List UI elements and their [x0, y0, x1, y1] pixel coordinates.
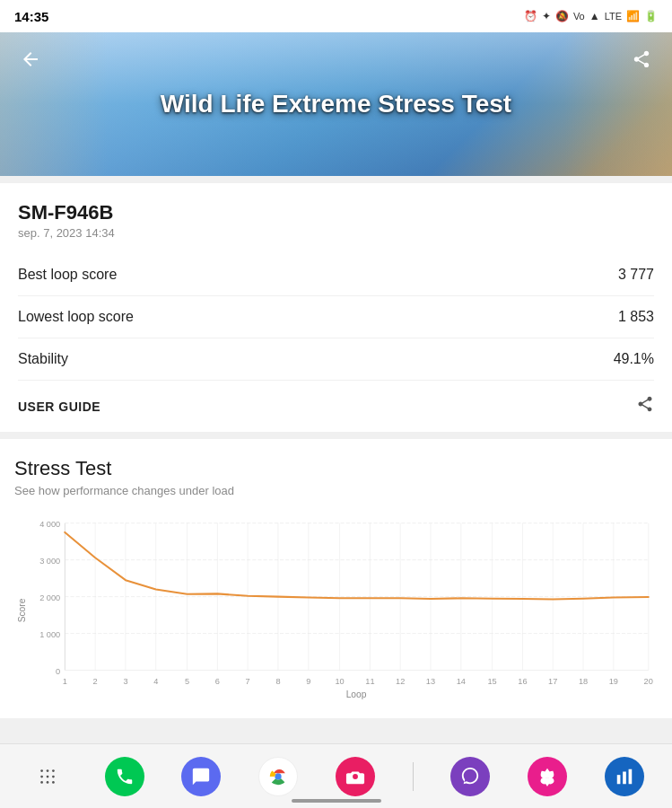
svg-rect-60 [617, 775, 621, 784]
status-bar: 14:35 ⏰ ✦ 🔕 Vo ▲ LTE 📶 🔋 [0, 0, 672, 32]
svg-text:2 000: 2 000 [39, 593, 60, 602]
lowest-loop-score-row: Lowest loop score 1 853 [18, 296, 654, 338]
stability-label: Stability [18, 351, 68, 367]
svg-point-50 [40, 769, 43, 772]
svg-text:3 000: 3 000 [39, 557, 60, 566]
svg-text:8: 8 [275, 677, 280, 686]
svg-rect-62 [629, 768, 633, 784]
svg-text:1: 1 [63, 677, 67, 686]
hero-share-button[interactable] [625, 43, 658, 75]
stability-row: Stability 49.1% [18, 338, 654, 381]
apps-button[interactable] [28, 757, 67, 796]
stress-chart: Score 4 000 3 000 2 000 1 000 0 [14, 512, 658, 709]
svg-text:4 000: 4 000 [39, 520, 60, 529]
chart-subtitle: See how performance changes under load [14, 484, 658, 497]
hero-banner: Wild Life Extreme Stress Test [0, 32, 672, 176]
svg-point-51 [47, 769, 49, 772]
svg-text:14: 14 [457, 677, 466, 686]
messages-button[interactable] [181, 757, 221, 796]
svg-text:19: 19 [609, 677, 618, 686]
viber-button[interactable] [450, 757, 490, 796]
x-axis-label: Loop [346, 689, 367, 699]
svg-text:2: 2 [93, 677, 98, 686]
lowest-loop-value: 1 853 [618, 309, 654, 325]
lowest-loop-label: Lowest loop score [18, 309, 134, 325]
bottom-navigation [0, 743, 672, 808]
svg-rect-61 [623, 771, 626, 784]
svg-text:12: 12 [396, 677, 405, 686]
svg-text:6: 6 [215, 677, 220, 686]
battery-icon: 🔋 [644, 10, 658, 22]
svg-text:11: 11 [365, 677, 374, 686]
chart-line [65, 532, 648, 600]
share-icon[interactable] [636, 395, 654, 417]
alarm-icon: ⏰ [524, 10, 537, 22]
svg-text:10: 10 [335, 677, 344, 686]
svg-point-58 [52, 781, 55, 784]
network-icon: LTE [605, 11, 622, 22]
svg-text:0: 0 [56, 667, 60, 676]
petal-button[interactable] [528, 757, 567, 796]
svg-text:7: 7 [246, 677, 250, 686]
svg-text:18: 18 [579, 677, 588, 686]
bottom-bar [292, 799, 381, 803]
status-icons: ⏰ ✦ 🔕 Vo ▲ LTE 📶 🔋 [524, 10, 658, 22]
back-button[interactable] [14, 43, 47, 75]
phone-button[interactable] [105, 757, 144, 796]
device-name: SM-F946B [18, 201, 654, 224]
svg-point-53 [40, 775, 43, 777]
camera-button[interactable] [336, 757, 375, 796]
voip-icon: Vo [573, 11, 585, 22]
wifi-icon: 📶 [626, 10, 640, 22]
svg-point-57 [47, 781, 49, 784]
svg-text:5: 5 [185, 677, 189, 686]
svg-text:15: 15 [488, 677, 497, 686]
best-loop-value: 3 777 [618, 267, 654, 283]
user-guide-row: USER GUIDE [18, 381, 654, 432]
signal-icon: ▲ [589, 10, 600, 22]
3dmark-button[interactable] [605, 757, 644, 796]
nav-separator [413, 762, 414, 791]
svg-text:20: 20 [644, 677, 653, 686]
svg-point-52 [52, 769, 55, 772]
chrome-button[interactable] [258, 757, 298, 796]
user-guide-label[interactable]: USER GUIDE [18, 400, 100, 414]
chart-section: Stress Test See how performance changes … [0, 439, 672, 718]
stability-value: 49.1% [614, 351, 654, 367]
info-card: SM-F946B sep. 7, 2023 14:34 Best loop sc… [0, 183, 672, 432]
device-date: sep. 7, 2023 14:34 [18, 226, 654, 240]
svg-text:1 000: 1 000 [39, 630, 60, 639]
svg-text:17: 17 [548, 677, 557, 686]
mute-icon: 🔕 [555, 10, 569, 22]
svg-point-54 [47, 775, 49, 777]
svg-point-55 [52, 775, 55, 777]
svg-point-59 [275, 773, 282, 779]
status-time: 14:35 [14, 9, 48, 24]
best-loop-label: Best loop score [18, 267, 117, 283]
svg-text:3: 3 [123, 677, 127, 686]
svg-text:16: 16 [518, 677, 527, 686]
svg-text:13: 13 [426, 677, 435, 686]
svg-point-56 [40, 781, 43, 784]
svg-text:4: 4 [153, 677, 158, 686]
bluetooth-icon: ✦ [542, 10, 551, 22]
chart-title: Stress Test [14, 457, 658, 480]
best-loop-score-row: Best loop score 3 777 [18, 254, 654, 296]
hero-title: Wild Life Extreme Stress Test [107, 89, 565, 119]
chart-container: Score 4 000 3 000 2 000 1 000 0 [14, 512, 658, 709]
y-axis-label: Score [17, 598, 27, 622]
svg-text:9: 9 [306, 677, 310, 686]
